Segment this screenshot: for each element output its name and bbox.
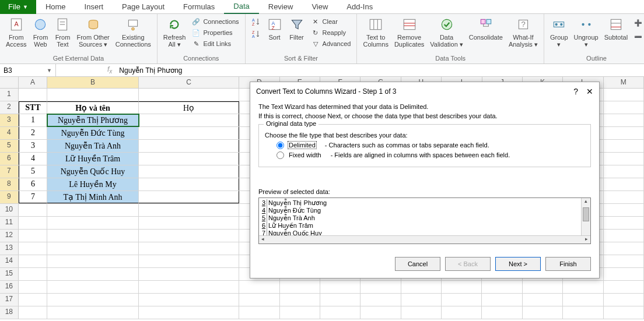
cell-B2[interactable]: Họ và tên <box>47 101 139 114</box>
advanced-button[interactable]: ▽Advanced <box>310 38 352 49</box>
row-17[interactable]: 17 <box>0 294 19 306</box>
cell-B13[interactable] <box>47 242 139 255</box>
reapply-button[interactable]: ↻Reapply <box>310 27 352 38</box>
cell-M6[interactable] <box>604 153 644 165</box>
cell-H17[interactable] <box>401 294 442 306</box>
cell-C18[interactable] <box>139 306 239 319</box>
cell-C4[interactable] <box>139 127 239 139</box>
cell-M4[interactable] <box>604 127 644 139</box>
hide-detail-button[interactable]: ➖ <box>632 31 644 42</box>
cell-A7[interactable]: 5 <box>19 165 48 178</box>
row-16[interactable]: 16 <box>0 281 19 293</box>
row-12[interactable]: 12 <box>0 230 19 242</box>
cell-J17[interactable] <box>482 294 522 306</box>
cell-C13[interactable] <box>139 242 239 255</box>
cell-C9[interactable] <box>139 191 239 203</box>
tab-formulas[interactable]: Formulas <box>174 0 224 13</box>
cell-L18[interactable] <box>563 306 603 319</box>
cell-A17[interactable] <box>19 294 48 306</box>
cell-A15[interactable] <box>19 268 48 280</box>
cell-C14[interactable] <box>139 255 239 267</box>
cell-M12[interactable] <box>604 230 644 242</box>
delimited-radio[interactable] <box>276 142 284 149</box>
from-web-button[interactable]: From Web <box>30 15 51 49</box>
col-M[interactable]: M <box>604 77 644 88</box>
cell-M7[interactable] <box>604 165 644 178</box>
cell-G18[interactable] <box>360 306 401 319</box>
properties-button[interactable]: 📄Properties <box>190 27 240 38</box>
cell-B5[interactable]: Nguyễn Trà Anh <box>47 140 139 152</box>
cell-A2[interactable]: STT <box>19 101 48 114</box>
fx-icon[interactable]: fx <box>103 65 117 75</box>
delimited-label[interactable]: Delimited <box>288 141 317 149</box>
cell-A11[interactable] <box>19 217 48 229</box>
cell-B17[interactable] <box>47 294 139 306</box>
cell-C8[interactable] <box>139 178 239 191</box>
row-7[interactable]: 7 <box>0 165 19 178</box>
cell-C2[interactable]: Họ <box>139 101 239 114</box>
tab-addins[interactable]: Add-Ins <box>337 0 382 13</box>
cell-M8[interactable] <box>604 178 644 191</box>
sort-asc-button[interactable]: AZ <box>250 16 262 27</box>
cell-B3[interactable]: Nguyễn Thị Phương <box>47 114 139 126</box>
cell-B6[interactable]: Lữ Huyền Trâm <box>47 153 139 165</box>
cell-A8[interactable]: 6 <box>19 178 48 191</box>
cell-C3[interactable] <box>139 114 239 126</box>
cell-A16[interactable] <box>19 281 48 293</box>
cell-M3[interactable] <box>604 114 644 126</box>
cell-C1[interactable] <box>139 89 239 101</box>
cell-D17[interactable] <box>239 294 279 306</box>
cell-K16[interactable] <box>523 281 563 293</box>
cell-M18[interactable] <box>604 306 644 319</box>
cell-B16[interactable] <box>47 281 139 293</box>
cell-B7[interactable]: Nguyễn Quốc Huy <box>47 165 139 178</box>
cell-J18[interactable] <box>482 306 522 319</box>
row-5[interactable]: 5 <box>0 140 19 152</box>
cell-B11[interactable] <box>47 217 139 229</box>
col-B[interactable]: B <box>47 77 139 88</box>
connections-button[interactable]: 🔗Connections <box>190 16 240 27</box>
data-validation-button[interactable]: Data Validation ▾ <box>428 15 466 49</box>
cell-A3[interactable]: 1 <box>19 114 48 126</box>
cell-D18[interactable] <box>239 306 279 319</box>
cell-I16[interactable] <box>442 281 482 293</box>
cell-G17[interactable] <box>360 294 401 306</box>
cell-C7[interactable] <box>139 165 239 178</box>
cell-M9[interactable] <box>604 191 644 203</box>
preview-vscroll[interactable]: ▴ <box>581 198 590 235</box>
cell-B8[interactable]: Lê Huyền My <box>47 178 139 191</box>
row-13[interactable]: 13 <box>0 242 19 255</box>
cell-A10[interactable] <box>19 204 48 216</box>
from-text-button[interactable]: From Text <box>52 15 73 49</box>
row-8[interactable]: 8 <box>0 178 19 191</box>
sort-button[interactable]: AZSort <box>264 15 285 42</box>
cell-A1[interactable] <box>19 89 48 101</box>
row-3[interactable]: 3 <box>0 114 19 126</box>
editlinks-button[interactable]: ✎Edit Links <box>190 38 240 49</box>
cell-L17[interactable] <box>563 294 603 306</box>
tab-home[interactable]: Home <box>36 0 75 13</box>
cell-A5[interactable]: 3 <box>19 140 48 152</box>
cell-L16[interactable] <box>563 281 603 293</box>
cell-B15[interactable] <box>47 268 139 280</box>
fixed-label[interactable]: Fixed width <box>288 151 323 159</box>
from-other-button[interactable]: From Other Sources ▾ <box>74 15 111 49</box>
cell-E17[interactable] <box>280 294 320 306</box>
cell-I17[interactable] <box>442 294 482 306</box>
cell-M10[interactable] <box>604 204 644 216</box>
cell-C11[interactable] <box>139 217 239 229</box>
cell-M16[interactable] <box>604 281 644 293</box>
tab-insert[interactable]: Insert <box>75 0 113 13</box>
cell-A13[interactable] <box>19 242 48 255</box>
cell-A18[interactable] <box>19 306 48 319</box>
cell-C15[interactable] <box>139 268 239 280</box>
fixed-width-radio[interactable] <box>276 151 284 159</box>
cell-I18[interactable] <box>442 306 482 319</box>
tab-view[interactable]: View <box>302 0 337 13</box>
cell-M14[interactable] <box>604 255 644 267</box>
clear-button[interactable]: ✕Clear <box>310 16 352 27</box>
cell-M13[interactable] <box>604 242 644 255</box>
cell-B14[interactable] <box>47 255 139 267</box>
cell-F17[interactable] <box>320 294 360 306</box>
cell-B12[interactable] <box>47 230 139 242</box>
